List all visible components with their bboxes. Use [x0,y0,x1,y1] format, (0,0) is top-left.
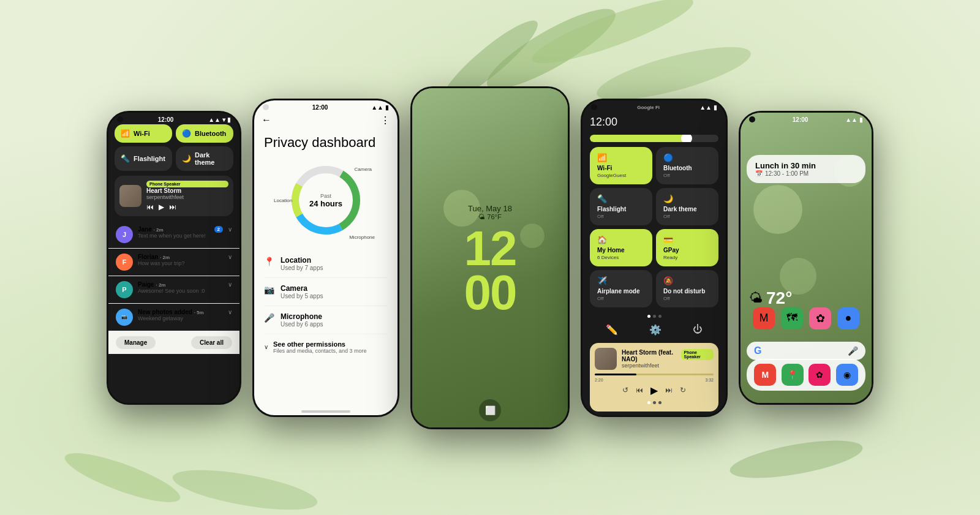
media-artist: serpentwithfeet [146,194,228,200]
power-button[interactable]: ⏻ [693,324,703,336]
qs-gpay-icon: 💳 [663,235,711,244]
photos-icon[interactable]: ✿ [809,307,831,329]
notif-florian[interactable]: F Florian · 2m How was your trip? ∨ [108,249,239,276]
qs-flashlight-tile[interactable]: 🔦 Flashlight Off [590,188,652,225]
edit-button[interactable]: ✏️ [606,324,618,336]
wifi-tile[interactable]: 📶 Wi-Fi [115,124,172,143]
next-button[interactable]: ⏭ [665,386,673,394]
dock-chrome[interactable]: ◉ [836,364,858,386]
settings-button[interactable]: ⚙️ [649,324,662,336]
phone-notifications: 12:00 ▲▲ ▾ ▮ 📶 Wi-Fi 🔵 Bluetooth [107,111,241,405]
media-thumbnail [119,185,141,207]
phone4-screen: Google Fi ▲▲ ▮ 12:00 📶 Wi-Fi [582,100,726,415]
qs-controls: ✏️ ⚙️ ⏻ [582,320,726,339]
clock-display: Tue, May 18 🌤 76°F 12 00 [412,101,568,393]
phone3-bottom: ⬜ [412,393,568,427]
brightness-fill [590,135,687,142]
signal-icon: ▲▲ [371,104,383,111]
google-logo: G [754,345,761,356]
dot-3 [658,401,662,404]
qs-flashlight-icon: 🔦 [597,194,645,203]
qs-media-art [595,348,617,370]
qs-time-current: 2:20 [595,378,603,382]
signal-icon: ▲▲ [208,116,221,123]
flashlight-tile-icon: 🔦 [121,154,130,163]
svg-point-1 [527,0,698,74]
qs-media-card: Heart Storm (feat. NAO) serpentwithfeet … [590,343,718,412]
dock-maps[interactable]: 📍 [782,364,804,386]
privacy-content: Privacy dashboard Past [254,129,398,407]
qs-media-title: Heart Storm (feat. NAO) [622,349,681,363]
microphone-icon: 🎤 [264,313,274,323]
qs-wifi-tile[interactable]: 📶 Wi-Fi GoogleGuest [590,147,652,184]
donut-center-label: Past 24 hours [309,192,342,208]
notif-paige[interactable]: P Paige · 2m Awesome! See you soon :0 ∨ [108,276,239,304]
notif-photos-avatar: 📷 [116,309,133,326]
manage-button[interactable]: Manage [116,336,156,349]
clock-hours: 12 [464,227,516,271]
expand-icon[interactable]: ∨ [228,281,232,288]
calendar-icon: 📅 [755,170,763,177]
microphone-icon[interactable]: 🎤 [848,346,858,356]
dot-2 [653,401,656,404]
phone1-screen: 12:00 ▲▲ ▾ ▮ 📶 Wi-Fi 🔵 Bluetooth [108,113,239,403]
more-button[interactable]: ⋮ [380,115,390,126]
bluetooth-tile[interactable]: 🔵 Bluetooth [176,124,233,143]
privacy-microphone[interactable]: 🎤 Microphone Used by 6 apps [264,306,388,334]
camera-hole [591,104,597,110]
clock-time: 12 00 [464,227,516,315]
brightness-slider[interactable] [590,135,718,142]
qs-darktheme-tile[interactable]: 🌙 Dark theme Off [656,188,718,225]
qs-dnd-tile[interactable]: 🔕 Do not disturb Off [656,270,718,307]
play-button[interactable]: ▶ [159,203,164,211]
see-more-permissions[interactable]: ∨ See other permissions Files and media,… [264,334,388,360]
phone-quicksettings: Google Fi ▲▲ ▮ 12:00 📶 Wi-Fi [581,99,728,417]
privacy-location[interactable]: 📍 Location Used by 7 apps [264,250,388,278]
expand-icon[interactable]: ∨ [228,226,232,233]
privacy-donut-chart: Past 24 hours Camera Location Microphone [286,160,366,240]
expand-icon[interactable]: ∨ [228,254,232,260]
notif-paige-text: Paige · 2m Awesome! See you soon :0 [138,281,223,294]
app-dock: M 📍 ✿ ◉ [747,359,865,391]
chrome-icon[interactable]: ● [837,307,859,329]
back-button[interactable]: ← [262,115,271,126]
camera-label: Camera [355,167,372,172]
qs-bluetooth-tile[interactable]: 🔵 Bluetooth Off [656,147,718,184]
forward-button[interactable]: ↻ [680,386,686,394]
media-dots [595,399,714,407]
phone1-quick-tiles: 📶 Wi-Fi 🔵 Bluetooth 🔦 Flashlight 🌙 Dark … [108,124,239,176]
google-search-bar[interactable]: G 🎤 [747,342,865,360]
play-pause-button[interactable]: ▶ [650,385,658,396]
qs-wifi-icon: 📶 [597,153,645,162]
recents-button[interactable]: ⬜ [479,399,501,421]
qs-airplane-tile[interactable]: ✈️ Airplane mode Off [590,270,652,307]
replay-button[interactable]: ↺ [622,386,628,394]
prev-button[interactable]: ⏮ [636,386,643,394]
media-badge: Phone Speaker [146,181,228,187]
dot-3 [658,315,662,318]
dock-photos[interactable]: ✿ [809,364,831,386]
clear-all-button[interactable]: Clear all [191,336,232,349]
gmail-icon[interactable]: M [753,307,775,329]
qs-time: 12:00 [590,116,617,129]
phone4-carrier: Google Fi [637,105,660,110]
maps-icon[interactable]: 🗺 [781,307,803,329]
media-controls: ⏮ ▶ ⏭ [146,203,228,211]
notif-jane[interactable]: J Jane · 2m Text me when you get here! 2… [108,221,239,249]
notif-paige-avatar: P [116,281,133,298]
dock-gmail[interactable]: M [754,364,776,386]
qs-progress-bar[interactable] [595,374,714,375]
phone-privacy: 12:00 ▲▲ ▮ ← ⋮ Privacy dashboard [252,99,399,417]
darktheme-tile[interactable]: 🌙 Dark theme [176,146,233,171]
donut-hours-label: 24 hours [309,198,342,208]
flashlight-tile[interactable]: 🔦 Flashlight [115,146,172,171]
privacy-camera[interactable]: 📷 Camera Used by 5 apps [264,278,388,306]
svg-point-5 [170,462,320,515]
camera-hole [749,116,755,122]
expand-icon[interactable]: ∨ [228,309,232,315]
next-button[interactable]: ⏭ [169,203,176,211]
qs-gpay-tile[interactable]: 💳 GPay Ready [656,229,718,266]
prev-button[interactable]: ⏮ [146,203,154,211]
qs-myhome-tile[interactable]: 🏠 My Home 6 Devices [590,229,652,266]
notif-photos[interactable]: 📷 New photos added · 5m Weekend getaway … [108,304,239,331]
